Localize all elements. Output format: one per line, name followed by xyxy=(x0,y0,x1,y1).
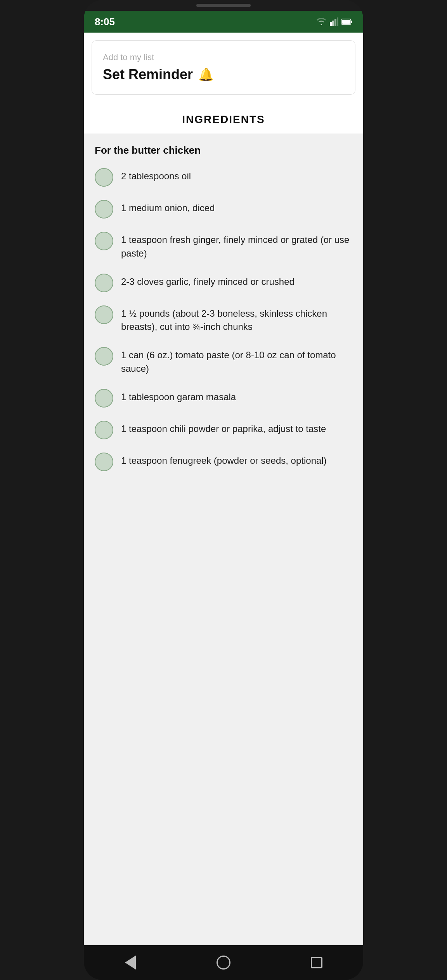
ingredient-text-2: 1 medium onion, diced xyxy=(121,199,215,215)
bottom-nav xyxy=(84,945,363,980)
svg-rect-0 xyxy=(330,22,332,26)
ingredient-text-3: 1 teaspoon fresh ginger, finely minced o… xyxy=(121,231,352,260)
ingredient-checkbox-9[interactable] xyxy=(95,453,113,471)
ingredient-item-6: 1 can (6 oz.) tomato paste (or 8-10 oz c… xyxy=(95,346,352,376)
back-icon xyxy=(125,956,136,970)
status-icons xyxy=(316,17,352,26)
ingredient-item-5: 1 ½ pounds (about 2-3 boneless, skinless… xyxy=(95,305,352,334)
svg-rect-5 xyxy=(342,20,350,24)
ingredient-checkbox-3[interactable] xyxy=(95,232,113,250)
ingredients-list: For the butter chicken 2 tablespoons oil… xyxy=(84,134,363,945)
recents-button[interactable] xyxy=(306,952,327,973)
app-content: Add to my list Set Reminder 🔔 INGREDIENT… xyxy=(84,33,363,945)
phone-top-bar xyxy=(84,0,363,11)
recents-icon xyxy=(311,957,322,968)
home-icon xyxy=(217,956,230,970)
ingredient-item-9: 1 teaspoon fenugreek (powder or seeds, o… xyxy=(95,452,352,471)
ingredient-text-1: 2 tablespoons oil xyxy=(121,167,191,183)
ingredient-checkbox-1[interactable] xyxy=(95,168,113,187)
ingredient-checkbox-6[interactable] xyxy=(95,347,113,366)
phone-shell: 8:05 xyxy=(84,0,363,980)
svg-rect-3 xyxy=(337,17,338,26)
back-button[interactable] xyxy=(120,952,141,973)
ingredient-checkbox-8[interactable] xyxy=(95,421,113,439)
ingredient-text-8: 1 teaspoon chili powder or paprika, adju… xyxy=(121,420,326,436)
svg-rect-1 xyxy=(332,21,334,26)
card-section: Add to my list Set Reminder 🔔 xyxy=(84,33,363,102)
home-button[interactable] xyxy=(213,952,234,973)
ingredient-item-2: 1 medium onion, diced xyxy=(95,199,352,219)
ingredient-item-7: 1 tablespoon garam masala xyxy=(95,388,352,408)
section-label: For the butter chicken xyxy=(95,144,352,156)
ingredients-header: INGREDIENTS xyxy=(84,102,363,134)
ingredient-text-4: 2-3 cloves garlic, finely minced or crus… xyxy=(121,273,295,289)
ingredient-text-5: 1 ½ pounds (about 2-3 boneless, skinless… xyxy=(121,305,352,334)
signal-icon xyxy=(330,17,338,26)
ingredient-text-9: 1 teaspoon fenugreek (powder or seeds, o… xyxy=(121,452,327,468)
status-time: 8:05 xyxy=(95,16,115,28)
svg-rect-2 xyxy=(334,19,336,26)
ingredient-checkbox-7[interactable] xyxy=(95,389,113,408)
ingredient-item-3: 1 teaspoon fresh ginger, finely minced o… xyxy=(95,231,352,260)
ingredient-item-1: 2 tablespoons oil xyxy=(95,167,352,187)
svg-rect-6 xyxy=(351,21,352,23)
reminder-card[interactable]: Add to my list Set Reminder 🔔 xyxy=(92,40,355,95)
ingredient-checkbox-4[interactable] xyxy=(95,274,113,292)
bell-icon: 🔔 xyxy=(198,67,214,82)
ingredient-checkbox-2[interactable] xyxy=(95,200,113,219)
ingredient-item-4: 2-3 cloves garlic, finely minced or crus… xyxy=(95,273,352,292)
status-bar: 8:05 xyxy=(84,11,363,33)
card-subtitle: Add to my list xyxy=(103,52,344,62)
card-title-row: Set Reminder 🔔 xyxy=(103,66,344,83)
ingredient-item-8: 1 teaspoon chili powder or paprika, adju… xyxy=(95,420,352,439)
ingredient-text-7: 1 tablespoon garam masala xyxy=(121,388,236,404)
card-title: Set Reminder xyxy=(103,66,193,83)
ingredients-title: INGREDIENTS xyxy=(182,113,265,125)
battery-icon xyxy=(341,18,352,25)
ingredient-checkbox-5[interactable] xyxy=(95,305,113,324)
wifi-icon xyxy=(316,17,327,26)
notch-pill xyxy=(196,4,251,7)
ingredient-text-6: 1 can (6 oz.) tomato paste (or 8-10 oz c… xyxy=(121,346,352,376)
